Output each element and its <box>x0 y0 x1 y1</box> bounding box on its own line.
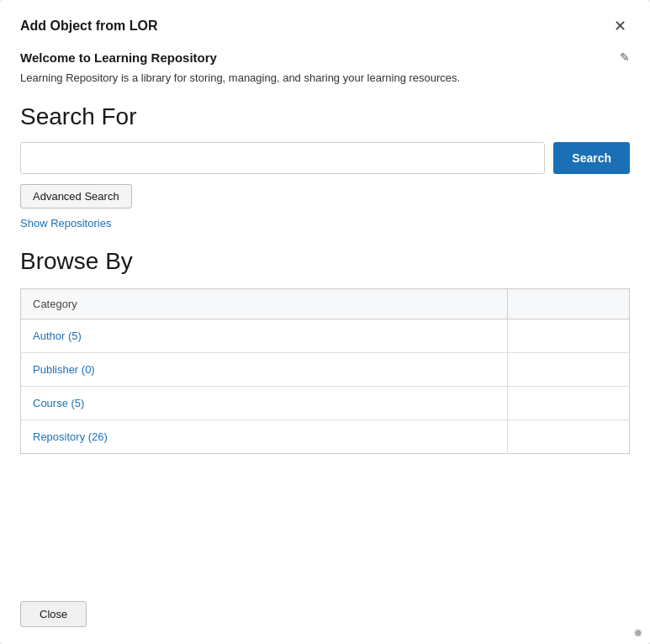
col-extra-header <box>508 288 630 319</box>
welcome-description: Learning Repository is a library for sto… <box>20 70 630 87</box>
search-button[interactable]: Search <box>553 142 630 174</box>
category-link-publisher[interactable]: Publisher <box>33 363 78 376</box>
category-extra-cell <box>508 352 630 386</box>
category-extra-cell <box>508 386 630 420</box>
edit-icon[interactable]: ✎ <box>620 50 630 64</box>
category-link-course[interactable]: Course <box>33 397 68 409</box>
category-count-course: (5) <box>68 397 85 409</box>
category-cell: Course (5) <box>21 386 508 420</box>
category-cell: Repository (26) <box>21 420 508 453</box>
welcome-title: Welcome to Learning Repository <box>20 50 630 65</box>
modal-container: Add Object from LOR ✕ Welcome to Learnin… <box>0 0 650 644</box>
category-count-repository: (26) <box>85 430 108 443</box>
resize-handle: ✹ <box>633 627 643 639</box>
category-extra-cell <box>508 420 630 453</box>
show-repositories-link[interactable]: Show Repositories <box>20 217 630 230</box>
category-count-author: (5) <box>65 330 82 342</box>
category-extra-cell <box>508 319 630 352</box>
category-cell: Author (5) <box>21 319 508 352</box>
advanced-search-container: Advanced Search <box>20 184 630 217</box>
search-for-heading: Search For <box>20 103 630 130</box>
table-row: Author (5) <box>21 319 630 352</box>
table-row: Course (5) <box>21 386 630 420</box>
table-row: Repository (26) <box>21 420 630 453</box>
col-category-header: Category <box>21 288 508 319</box>
modal-header: Add Object from LOR ✕ <box>20 17 630 35</box>
modal-footer: Close <box>20 593 630 627</box>
welcome-section: Welcome to Learning Repository Learning … <box>20 50 630 87</box>
category-count-publisher: (0) <box>78 363 95 376</box>
table-row: Publisher (0) <box>21 352 630 386</box>
category-link-repository[interactable]: Repository <box>33 430 85 443</box>
browse-by-heading: Browse By <box>20 248 630 275</box>
modal-title: Add Object from LOR <box>20 18 158 34</box>
close-button[interactable]: Close <box>20 601 87 627</box>
category-cell: Publisher (0) <box>21 352 508 386</box>
search-row: Search <box>20 142 630 174</box>
category-link-author[interactable]: Author <box>33 330 65 342</box>
close-icon[interactable]: ✕ <box>610 17 630 35</box>
browse-table: Category Author (5)Publisher (0)Course (… <box>20 288 630 454</box>
advanced-search-button[interactable]: Advanced Search <box>20 184 132 209</box>
table-header-row: Category <box>21 288 630 319</box>
search-input[interactable] <box>20 142 545 174</box>
